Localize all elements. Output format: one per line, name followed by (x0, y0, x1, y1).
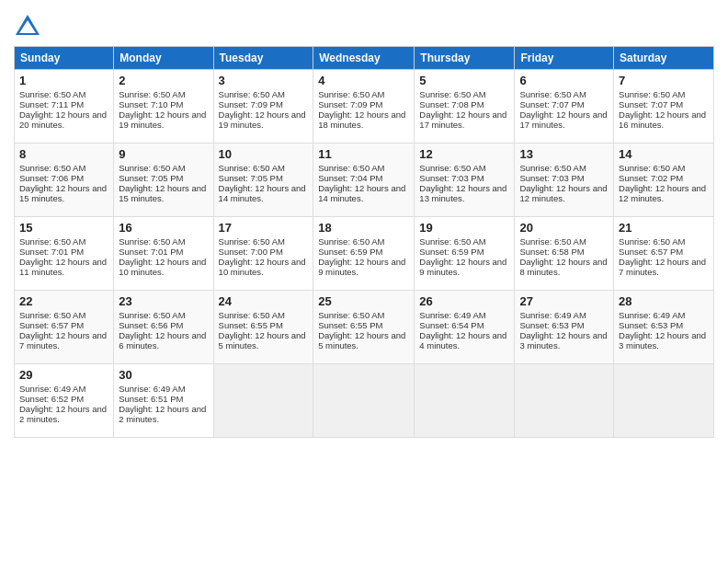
sunrise-text: Sunrise: 6:49 AM (619, 310, 685, 320)
day-number: 28 (619, 294, 709, 308)
sunset-text: Sunset: 7:09 PM (219, 99, 283, 109)
week-row-1: 1Sunrise: 6:50 AMSunset: 7:11 PMDaylight… (15, 70, 714, 144)
day-cell: 21Sunrise: 6:50 AMSunset: 6:57 PMDayligh… (614, 217, 714, 291)
daylight-text: Daylight: 12 hours and 6 minutes. (119, 330, 206, 350)
day-cell: 11Sunrise: 6:50 AMSunset: 7:04 PMDayligh… (313, 144, 415, 217)
daylight-text: Daylight: 12 hours and 9 minutes. (318, 257, 405, 277)
day-cell: 16Sunrise: 6:50 AMSunset: 7:01 PMDayligh… (114, 217, 213, 291)
sunrise-text: Sunrise: 6:50 AM (519, 163, 586, 173)
daylight-text: Daylight: 12 hours and 17 minutes. (519, 109, 607, 130)
daylight-text: Daylight: 12 hours and 5 minutes. (318, 330, 405, 350)
daylight-text: Daylight: 12 hours and 2 minutes. (119, 404, 206, 424)
sunset-text: Sunset: 7:07 PM (619, 99, 683, 109)
daylight-text: Daylight: 12 hours and 20 minutes. (19, 109, 107, 130)
sunset-text: Sunset: 6:52 PM (19, 394, 84, 404)
header-row: SundayMondayTuesdayWednesdayThursdayFrid… (15, 47, 714, 70)
daylight-text: Daylight: 12 hours and 19 minutes. (219, 109, 306, 130)
logo (14, 13, 45, 40)
daylight-text: Daylight: 12 hours and 3 minutes. (519, 330, 607, 350)
col-header-tuesday: Tuesday (213, 47, 313, 70)
sunrise-text: Sunrise: 6:50 AM (318, 236, 384, 247)
day-cell (313, 364, 415, 438)
day-cell: 14Sunrise: 6:50 AMSunset: 7:02 PMDayligh… (614, 144, 714, 217)
day-number: 15 (19, 221, 108, 235)
sunset-text: Sunset: 6:58 PM (519, 247, 584, 257)
sunset-text: Sunset: 6:54 PM (419, 320, 483, 330)
sunset-text: Sunset: 7:07 PM (519, 99, 584, 109)
sunrise-text: Sunrise: 6:50 AM (519, 236, 586, 247)
day-number: 22 (19, 294, 108, 308)
sunrise-text: Sunrise: 6:50 AM (219, 236, 285, 247)
sunset-text: Sunset: 6:55 PM (219, 320, 283, 330)
col-header-saturday: Saturday (614, 47, 714, 70)
col-header-wednesday: Wednesday (313, 47, 415, 70)
sunrise-text: Sunrise: 6:50 AM (19, 163, 85, 173)
day-cell: 18Sunrise: 6:50 AMSunset: 6:59 PMDayligh… (313, 217, 415, 291)
day-cell: 10Sunrise: 6:50 AMSunset: 7:05 PMDayligh… (213, 144, 313, 217)
sunrise-text: Sunrise: 6:50 AM (619, 89, 685, 99)
day-cell: 1Sunrise: 6:50 AMSunset: 7:11 PMDaylight… (15, 70, 114, 144)
sunrise-text: Sunrise: 6:50 AM (119, 163, 185, 173)
sunset-text: Sunset: 7:01 PM (19, 247, 84, 257)
header (14, 9, 714, 40)
sunrise-text: Sunrise: 6:50 AM (19, 236, 85, 247)
day-number: 5 (419, 74, 509, 87)
day-number: 8 (19, 147, 108, 161)
sunset-text: Sunset: 6:51 PM (119, 394, 183, 404)
day-number: 23 (119, 294, 208, 308)
day-number: 12 (419, 147, 509, 161)
sunrise-text: Sunrise: 6:50 AM (219, 89, 285, 99)
daylight-text: Daylight: 12 hours and 10 minutes. (219, 257, 306, 277)
sunrise-text: Sunrise: 6:50 AM (419, 236, 485, 247)
sunset-text: Sunset: 6:53 PM (519, 320, 584, 330)
day-number: 14 (619, 147, 709, 161)
sunrise-text: Sunrise: 6:49 AM (119, 384, 185, 394)
col-header-thursday: Thursday (415, 47, 515, 70)
sunset-text: Sunset: 7:08 PM (419, 99, 483, 109)
sunrise-text: Sunrise: 6:49 AM (519, 310, 586, 320)
daylight-text: Daylight: 12 hours and 19 minutes. (119, 109, 206, 130)
sunrise-text: Sunrise: 6:49 AM (419, 310, 485, 320)
sunset-text: Sunset: 6:53 PM (619, 320, 683, 330)
logo-icon (14, 13, 41, 40)
day-number: 1 (19, 74, 108, 87)
day-cell: 20Sunrise: 6:50 AMSunset: 6:58 PMDayligh… (515, 217, 614, 291)
day-number: 13 (519, 147, 609, 161)
page-container: SundayMondayTuesdayWednesdayThursdayFrid… (0, 0, 728, 447)
day-number: 16 (119, 221, 208, 235)
sunrise-text: Sunrise: 6:50 AM (318, 89, 384, 99)
sunrise-text: Sunrise: 6:50 AM (419, 163, 485, 173)
col-header-monday: Monday (114, 47, 213, 70)
daylight-text: Daylight: 12 hours and 14 minutes. (219, 183, 306, 203)
sunset-text: Sunset: 6:59 PM (419, 247, 483, 257)
day-number: 9 (119, 147, 208, 161)
daylight-text: Daylight: 12 hours and 5 minutes. (219, 330, 306, 350)
daylight-text: Daylight: 12 hours and 12 minutes. (519, 183, 607, 203)
sunrise-text: Sunrise: 6:50 AM (619, 236, 685, 247)
day-number: 19 (419, 221, 509, 235)
day-cell: 28Sunrise: 6:49 AMSunset: 6:53 PMDayligh… (614, 291, 714, 364)
day-cell: 29Sunrise: 6:49 AMSunset: 6:52 PMDayligh… (15, 364, 114, 438)
week-row-4: 22Sunrise: 6:50 AMSunset: 6:57 PMDayligh… (15, 291, 714, 364)
day-cell: 9Sunrise: 6:50 AMSunset: 7:05 PMDaylight… (114, 144, 213, 217)
sunset-text: Sunset: 6:55 PM (318, 320, 382, 330)
daylight-text: Daylight: 12 hours and 2 minutes. (19, 404, 107, 424)
sunset-text: Sunset: 7:05 PM (219, 173, 283, 183)
sunrise-text: Sunrise: 6:50 AM (19, 310, 85, 320)
day-number: 27 (519, 294, 609, 308)
daylight-text: Daylight: 12 hours and 15 minutes. (19, 183, 107, 203)
week-row-5: 29Sunrise: 6:49 AMSunset: 6:52 PMDayligh… (15, 364, 714, 438)
sunset-text: Sunset: 7:06 PM (19, 173, 84, 183)
sunrise-text: Sunrise: 6:50 AM (318, 163, 384, 173)
day-cell: 26Sunrise: 6:49 AMSunset: 6:54 PMDayligh… (415, 291, 515, 364)
sunrise-text: Sunrise: 6:50 AM (119, 89, 185, 99)
day-number: 24 (219, 294, 309, 308)
day-cell: 3Sunrise: 6:50 AMSunset: 7:09 PMDaylight… (213, 70, 313, 144)
day-cell (614, 364, 714, 438)
daylight-text: Daylight: 12 hours and 16 minutes. (619, 109, 706, 130)
sunset-text: Sunset: 6:57 PM (19, 320, 84, 330)
day-cell: 8Sunrise: 6:50 AMSunset: 7:06 PMDaylight… (15, 144, 114, 217)
daylight-text: Daylight: 12 hours and 3 minutes. (619, 330, 706, 350)
sunrise-text: Sunrise: 6:50 AM (119, 310, 185, 320)
week-row-3: 15Sunrise: 6:50 AMSunset: 7:01 PMDayligh… (15, 217, 714, 291)
